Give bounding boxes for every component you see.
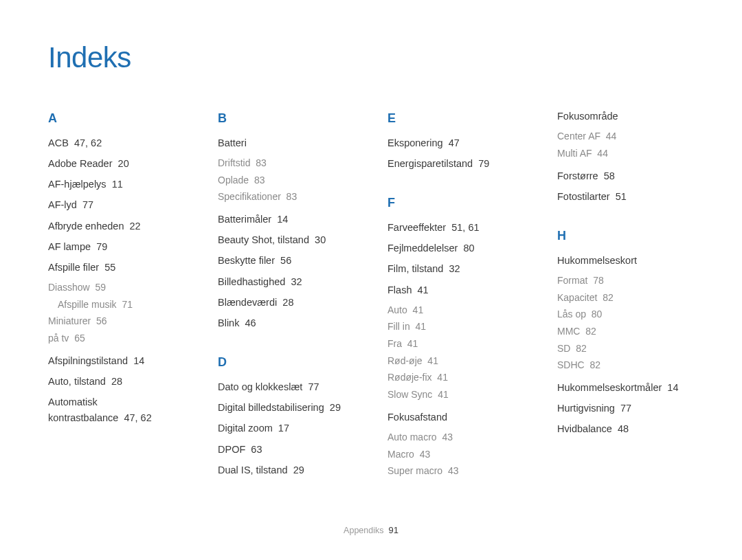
index-entry-pages: 14 — [667, 382, 678, 393]
index-entry-term: Film, tilstand — [387, 263, 443, 274]
index-subentry-term: Center AF — [557, 131, 600, 142]
index-subentry: Diasshow 59 — [48, 280, 185, 295]
section-gap — [218, 336, 355, 348]
index-entry-term: Batterimåler — [218, 214, 271, 225]
index-entry-term: AF-hjælpelys — [48, 179, 106, 190]
index-entry: Forstørre 58 — [557, 168, 694, 184]
index-entry-pages: 77 — [620, 403, 631, 414]
index-entry-pages: 14 — [133, 355, 144, 366]
index-subentry: Fra 41 — [387, 337, 524, 352]
index-subentry-pages: 41 — [427, 355, 438, 366]
index-subentry-term: SDHC — [557, 359, 585, 370]
index-subentry: Rødøje-fix 41 — [387, 370, 524, 385]
index-entry: Film, tilstand 32 — [387, 261, 524, 277]
index-entry: AF-hjælpelys 11 — [48, 177, 185, 192]
index-entry-term: Automatisk kontrastbalance — [48, 396, 118, 423]
index-entry-term: Afspille filer — [48, 262, 99, 273]
index-subentry-term: Oplade — [218, 175, 249, 186]
index-subentry: Super macro 43 — [387, 464, 524, 479]
index-entry-term: Billedhastighed — [218, 276, 285, 287]
index-letter: B — [218, 109, 355, 128]
index-subentry-term: Format — [557, 275, 587, 286]
index-entry: AF lampe 79 — [48, 239, 185, 255]
index-subentry: Fill in 41 — [387, 320, 524, 335]
index-subentry-pages: 41 — [437, 372, 448, 383]
index-subentry: Format 78 — [557, 273, 694, 289]
index-entry-pages: 47, 62 — [124, 412, 151, 423]
index-subentry: Afspille musik 71 — [48, 298, 185, 313]
index-entry-term: Fokusområde — [557, 111, 618, 122]
index-entry-pages: 63 — [251, 444, 262, 455]
index-entry: Farveeffekter 51, 61 — [387, 220, 524, 236]
index-entry-pages: 56 — [280, 255, 291, 266]
index-entry-term: Fokusafstand — [387, 412, 447, 423]
index-subentry-term: Fill in — [387, 321, 410, 332]
index-subentry: Oplade 83 — [218, 173, 355, 188]
index-subentry-pages: 65 — [74, 333, 85, 344]
index-entry-pages: 22 — [130, 221, 141, 232]
footer-section: Appendiks — [344, 526, 383, 535]
index-entry: Dual IS, tilstand 29 — [218, 462, 355, 478]
index-entry-term: Fejlmeddelelser — [387, 243, 458, 254]
index-subentry-pages: 83 — [286, 191, 297, 202]
index-subentry-pages: 41 — [413, 304, 424, 315]
index-subentry: Rød-øje 41 — [387, 354, 524, 369]
index-subentry-pages: 41 — [415, 321, 426, 332]
index-subentry-term: Slow Sync — [387, 389, 432, 400]
index-entry-pages: 51, 61 — [451, 222, 479, 233]
index-column: BBatteriDriftstid 83Oplade 83Specifikati… — [218, 109, 355, 483]
index-entry-pages: 47 — [449, 137, 460, 148]
page-title: Indeks — [48, 41, 694, 74]
index-subentry-term: Lås op — [557, 309, 586, 320]
index-subentry: Miniaturer 56 — [48, 314, 185, 329]
index-entry: Hvidbalance 48 — [557, 421, 694, 437]
index-subentry-term: Super macro — [387, 465, 442, 476]
index-entry-pages: 55 — [104, 262, 115, 273]
index-entry-term: Dual IS, tilstand — [218, 464, 288, 475]
index-letter: H — [557, 226, 694, 246]
index-subentry-term: på tv — [48, 333, 69, 344]
index-subentry-pages: 83 — [256, 157, 267, 168]
index-entry-term: Energisparetilstand — [387, 158, 473, 169]
index-entry-term: Blink — [218, 317, 239, 328]
index-subentry-pages: 43 — [448, 465, 459, 476]
index-subentry-pages: 80 — [592, 309, 603, 320]
index-entry: Blændeværdi 28 — [218, 295, 355, 311]
index-subentry-term: Multi AF — [557, 148, 592, 159]
index-subentry: Lås op 80 — [557, 307, 694, 322]
index-entry: Fotostilarter 51 — [557, 189, 694, 205]
index-entry-pages: 29 — [330, 402, 341, 413]
index-entry-pages: 47, 62 — [74, 137, 102, 148]
index-entry-term: Blændeværdi — [218, 297, 277, 308]
index-subentry: Slow Sync 41 — [387, 388, 524, 403]
index-entry: Afspilningstilstand 14 — [48, 353, 185, 369]
index-columns: AACB 47, 62Adobe Reader 20AF-hjælpelys 1… — [48, 109, 694, 483]
index-subentry: Driftstid 83 — [218, 156, 355, 171]
index-entry-term: Eksponering — [387, 137, 443, 148]
index-entry-term: AF-lyd — [48, 199, 77, 210]
index-subentry-pages: 41 — [407, 338, 418, 349]
index-subentry-pages: 82 — [603, 292, 614, 303]
index-letter: E — [387, 109, 524, 128]
index-subentry-term: Auto macro — [387, 432, 437, 443]
index-subentry: SDHC 82 — [557, 358, 694, 373]
index-entry-pages: 29 — [293, 464, 304, 475]
index-subentry-term: Specifikationer — [218, 191, 281, 202]
index-entry: Digital billedstabilisering 29 — [218, 400, 355, 416]
index-subentry: Multi AF 44 — [557, 146, 694, 161]
index-entry-term: Afspilningstilstand — [48, 355, 128, 366]
index-subentry-term: Auto — [387, 304, 407, 315]
index-entry-term: Afbryde enheden — [48, 221, 124, 232]
index-entry-term: Beskytte filer — [218, 255, 275, 266]
index-subentry-term: Macro — [387, 449, 414, 460]
index-subentry: Auto macro 43 — [387, 430, 524, 445]
index-subentry-pages: 82 — [585, 326, 596, 337]
index-entry-term: Flash — [387, 284, 412, 295]
index-entry-pages: 51 — [616, 191, 627, 202]
index-entry-term: Digital zoom — [218, 423, 273, 434]
index-entry-pages: 17 — [278, 423, 289, 434]
index-entry-pages: 48 — [618, 423, 629, 434]
index-entry-term: AF lampe — [48, 241, 91, 252]
index-subentry-term: Miniaturer — [48, 315, 91, 326]
index-entry: Afbryde enheden 22 — [48, 219, 185, 234]
